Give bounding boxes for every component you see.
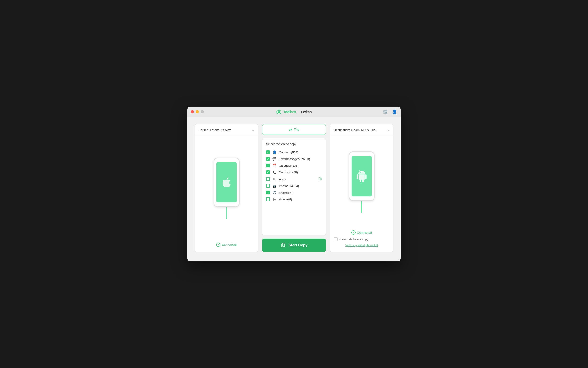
start-copy-button[interactable]: Start Copy <box>262 239 326 252</box>
destination-connected-text: Connected <box>357 231 372 234</box>
clear-data-row: Clear data before copy <box>334 238 389 241</box>
source-connected-text: Connected <box>222 243 237 247</box>
fullscreen-button[interactable] <box>201 110 204 113</box>
destination-label: Destination: Xiaomi MI 5s Plus <box>334 128 375 132</box>
videos-label: Videos(0) <box>279 197 322 201</box>
title-separator: - <box>298 110 299 114</box>
contacts-label: Contacts(569) <box>279 151 322 154</box>
source-phone-body <box>214 157 239 207</box>
apps-label: Apps <box>279 177 316 181</box>
photos-checkbox[interactable] <box>266 184 270 188</box>
svg-rect-1 <box>278 111 280 113</box>
content-item-call-logs: 📞 Call logs(226) <box>266 169 322 175</box>
text-messages-checkbox[interactable] <box>266 157 270 161</box>
videos-checkbox[interactable] <box>266 197 270 201</box>
source-phone-screen <box>216 162 237 202</box>
music-checkbox[interactable] <box>266 191 270 194</box>
content-item-apps: ⊞ Apps ⓘ <box>266 175 322 183</box>
source-header: Source: iPhone Xs Max ⌄ <box>195 124 258 135</box>
title-page: Switch <box>301 110 312 114</box>
videos-icon: ▶ <box>272 197 276 201</box>
flip-button-label: Flip <box>294 128 299 131</box>
content-select-panel: Select content to copy: 👤 Contacts(569) … <box>262 138 326 235</box>
android-logo-icon <box>356 170 368 182</box>
minimize-button[interactable] <box>196 110 199 113</box>
destination-panel: Destination: Xiaomi MI 5s Plus ⌄ ✓ Conne… <box>330 124 393 252</box>
destination-phone-body <box>349 151 375 201</box>
destination-phone-cable <box>361 201 362 213</box>
source-connected-icon: ✓ <box>216 243 220 247</box>
apple-logo-icon <box>221 176 232 188</box>
contacts-checkbox[interactable] <box>266 150 270 154</box>
content-item-contacts: 👤 Contacts(569) <box>266 149 322 156</box>
titlebar-title: Toolbox - Switch <box>276 109 312 114</box>
flip-button[interactable]: ⇄ Flip <box>262 124 326 135</box>
main-content: Source: iPhone Xs Max ⌄ ✓ Connected <box>188 117 400 261</box>
view-supported-link[interactable]: View supported phone list <box>341 241 382 247</box>
contacts-icon: 👤 <box>272 150 276 154</box>
svg-rect-2 <box>281 244 284 247</box>
content-select-title: Select content to copy: <box>266 142 322 146</box>
text-messages-icon: 💬 <box>272 157 276 161</box>
start-copy-label: Start Copy <box>289 243 308 247</box>
content-item-music: 🎵 Music(67) <box>266 189 322 196</box>
calendar-icon: 📅 <box>272 164 276 167</box>
source-label: Source: iPhone Xs Max <box>199 128 231 132</box>
content-item-videos: ▶ Videos(0) <box>266 196 322 202</box>
titlebar: Toolbox - Switch 🛒 👤 <box>188 107 400 117</box>
destination-extras: Clear data before copy <box>330 235 393 241</box>
close-button[interactable] <box>191 110 194 113</box>
destination-connected-status: ✓ Connected <box>351 230 372 235</box>
clear-data-checkbox[interactable] <box>334 238 338 241</box>
call-logs-label: Call logs(226) <box>279 171 322 174</box>
source-phone-container <box>214 135 239 239</box>
call-logs-icon: 📞 <box>272 170 276 174</box>
calendar-checkbox[interactable] <box>266 164 270 167</box>
text-messages-label: Text messages(59753) <box>279 157 322 161</box>
title-brand: Toolbox <box>283 110 296 114</box>
call-logs-checkbox[interactable] <box>266 170 270 174</box>
titlebar-actions: 🛒 👤 <box>383 109 397 114</box>
content-item-photos: 📷 Photos(14704) <box>266 183 322 189</box>
svg-rect-3 <box>282 243 285 247</box>
start-copy-icon <box>281 242 286 248</box>
apps-info-icon[interactable]: ⓘ <box>319 177 322 181</box>
source-panel: Source: iPhone Xs Max ⌄ ✓ Connected <box>195 124 258 252</box>
cart-icon[interactable]: 🛒 <box>383 109 388 114</box>
traffic-lights <box>191 110 204 113</box>
content-item-text-messages: 💬 Text messages(59753) <box>266 156 322 162</box>
music-label: Music(67) <box>279 191 322 194</box>
source-phone-cable <box>226 207 227 219</box>
source-connected-status: ✓ Connected <box>216 243 237 247</box>
photos-icon: 📷 <box>272 184 276 188</box>
apps-icon: ⊞ <box>272 177 276 181</box>
destination-chevron-icon[interactable]: ⌄ <box>387 129 389 132</box>
flip-arrows-icon: ⇄ <box>289 127 292 132</box>
destination-connected-icon: ✓ <box>351 230 356 235</box>
destination-header: Destination: Xiaomi MI 5s Plus ⌄ <box>330 124 393 135</box>
content-item-calendar: 📅 Calendar(136) <box>266 162 322 169</box>
calendar-label: Calendar(136) <box>279 164 322 167</box>
toolbox-logo-icon <box>276 109 281 114</box>
photos-label: Photos(14704) <box>279 184 322 188</box>
source-chevron-icon[interactable]: ⌄ <box>252 129 254 132</box>
app-window: Toolbox - Switch 🛒 👤 Source: iPhone Xs M… <box>188 107 400 261</box>
apps-checkbox[interactable] <box>266 177 270 181</box>
destination-phone-screen <box>351 156 372 196</box>
music-icon: 🎵 <box>272 191 276 194</box>
profile-icon[interactable]: 👤 <box>392 109 397 114</box>
destination-phone-container <box>349 135 375 227</box>
middle-panel: ⇄ Flip Select content to copy: 👤 Contact… <box>262 124 326 252</box>
clear-data-label: Clear data before copy <box>340 238 368 241</box>
